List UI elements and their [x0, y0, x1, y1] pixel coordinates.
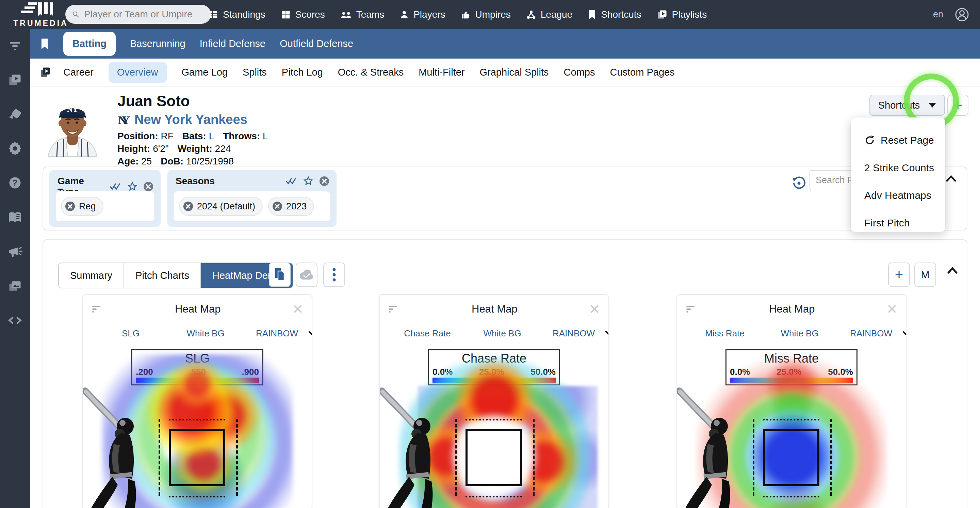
select-all-icon[interactable] [285, 177, 298, 186]
video-playlists-icon[interactable] [8, 72, 22, 87]
menu-item-reset-page[interactable]: Reset Page [864, 126, 945, 154]
book-icon[interactable] [8, 210, 22, 225]
tab-baserunning[interactable]: Baserunning [130, 38, 185, 49]
tab-pitch-charts[interactable]: Pitch Charts [124, 263, 201, 288]
teams-icon [340, 10, 352, 20]
shadow-zone-top [169, 419, 225, 420]
tab-graphical-splits[interactable]: Graphical Splits [480, 67, 549, 78]
sport-tabs: Batting Baserunning Infield Defense Outf… [63, 32, 353, 56]
player-bio-line: Age: 25DoB: 10/25/1998 [118, 156, 243, 167]
help-icon[interactable]: ? [8, 175, 22, 190]
palette-select[interactable]: RAINBOW [840, 328, 902, 339]
tab-career[interactable]: Career [63, 67, 94, 78]
tab-occ-streaks[interactable]: Occ. & Streaks [338, 67, 404, 78]
bookmark-icon[interactable] [40, 38, 49, 50]
top-navbar: TRUMEDIA Standings Scores [0, 0, 980, 29]
search-icon [72, 8, 79, 20]
shadow-zone-bottom [466, 496, 522, 497]
nav-label: Playlists [672, 9, 707, 20]
chip-remove-icon[interactable] [65, 201, 76, 212]
star-icon[interactable] [127, 182, 137, 192]
collapse-filters-icon[interactable] [944, 173, 958, 183]
search-input[interactable] [83, 8, 208, 20]
nav-teams[interactable]: Teams [340, 9, 384, 20]
filter-history-icon[interactable] [791, 175, 807, 191]
tab-multi-filter[interactable]: Multi-Filter [418, 67, 465, 78]
chevron-down-icon[interactable] [902, 330, 907, 337]
background-select[interactable]: White BG [759, 328, 840, 339]
account-icon[interactable] [955, 8, 969, 22]
sport-section-bar: Batting Baserunning Infield Defense Outf… [30, 29, 980, 59]
metric-select[interactable]: SLG [97, 328, 165, 339]
remove-filter-icon[interactable] [143, 181, 154, 192]
metric-select[interactable]: Chase Rate [393, 328, 461, 339]
background-select[interactable]: White BG [165, 328, 247, 339]
shortcuts-button[interactable]: Shortcuts [869, 95, 945, 116]
chevron-down-icon[interactable] [308, 330, 312, 337]
media-icon[interactable] [8, 279, 22, 293]
close-icon[interactable]: ✕ [589, 303, 600, 316]
metric-select[interactable]: Miss Rate [691, 328, 759, 339]
menu-item-adv-heatmaps[interactable]: Adv Heatmaps [864, 182, 945, 209]
nav-shortcuts[interactable]: Shortcuts [588, 9, 641, 20]
chevron-down-icon[interactable] [605, 330, 609, 337]
nav-scores[interactable]: Scores [281, 9, 325, 20]
chip-remove-icon[interactable] [183, 201, 194, 212]
palette-select[interactable]: RAINBOW [543, 328, 605, 339]
star-icon[interactable] [303, 176, 313, 186]
monitor-button[interactable]: M [914, 263, 936, 287]
nav-players[interactable]: Players [399, 9, 445, 20]
trumedia-logo[interactable]: TRUMEDIA [7, 2, 75, 28]
menu-item-first-pitch[interactable]: First Pitch [864, 209, 945, 237]
tab-comps[interactable]: Comps [564, 67, 595, 78]
tab-batting[interactable]: Batting [63, 32, 116, 56]
field-icon[interactable] [8, 107, 22, 121]
tab-overview[interactable]: Overview [108, 62, 167, 83]
card-filter-icon[interactable] [91, 304, 103, 315]
settings-icon[interactable] [8, 141, 22, 156]
card-filter-icon[interactable] [388, 304, 400, 315]
filter-chip[interactable]: Reg [61, 197, 103, 216]
tab-splits[interactable]: Splits [243, 67, 267, 78]
pages-icon[interactable] [40, 66, 52, 78]
shadow-zone-left [753, 419, 754, 496]
filter-card-seasons: Seasons 2024 (Default) 2023 [167, 170, 337, 227]
tab-pitch-log[interactable]: Pitch Log [282, 67, 323, 78]
card-title: Heat Map [698, 303, 886, 315]
select-all-icon[interactable] [110, 182, 122, 191]
announcements-icon[interactable] [8, 244, 22, 259]
add-chart-button[interactable]: + [888, 263, 910, 287]
tab-infield-defense[interactable]: Infield Defense [200, 38, 266, 49]
code-icon[interactable] [8, 313, 22, 328]
copy-page-button[interactable] [269, 263, 291, 287]
filter-chip[interactable]: 2023 [268, 197, 314, 216]
more-options-button[interactable] [323, 263, 345, 287]
close-icon[interactable]: ✕ [886, 303, 898, 316]
menu-item-2-strike-counts[interactable]: 2 Strike Counts [864, 154, 945, 182]
filter-menu-icon[interactable] [8, 38, 22, 53]
collapse-report-icon[interactable] [946, 265, 959, 275]
background-select[interactable]: White BG [461, 328, 543, 339]
nav-league[interactable]: League [526, 9, 572, 20]
palette-select[interactable]: RAINBOW [247, 328, 308, 339]
chip-remove-icon[interactable] [272, 201, 283, 212]
filter-chip[interactable]: 2024 (Default) [179, 197, 263, 216]
tab-game-log[interactable]: Game Log [182, 67, 228, 78]
remove-filter-icon[interactable] [319, 176, 330, 186]
tab-summary[interactable]: Summary [59, 263, 124, 288]
close-icon[interactable]: ✕ [292, 303, 304, 316]
tab-outfield-defense[interactable]: Outfield Defense [280, 38, 353, 49]
player-team[interactable]: N Y New York Yankees [118, 112, 247, 127]
card-filter-icon[interactable] [685, 304, 698, 315]
nav-umpires[interactable]: Umpires [461, 9, 511, 20]
nav-standings[interactable]: Standings [208, 9, 266, 20]
shadow-zone-right [830, 419, 832, 496]
language-label[interactable]: en [933, 9, 943, 20]
nav-playlists[interactable]: Playlists [657, 9, 707, 20]
shadow-zone-bottom [169, 496, 225, 497]
cloud-saved-button[interactable] [296, 263, 318, 287]
add-page-button[interactable]: + [947, 95, 969, 116]
tab-custom-pages[interactable]: Custom Pages [610, 67, 675, 78]
filter-values: 2024 (Default) 2023 [174, 191, 330, 221]
global-search[interactable] [65, 5, 211, 24]
